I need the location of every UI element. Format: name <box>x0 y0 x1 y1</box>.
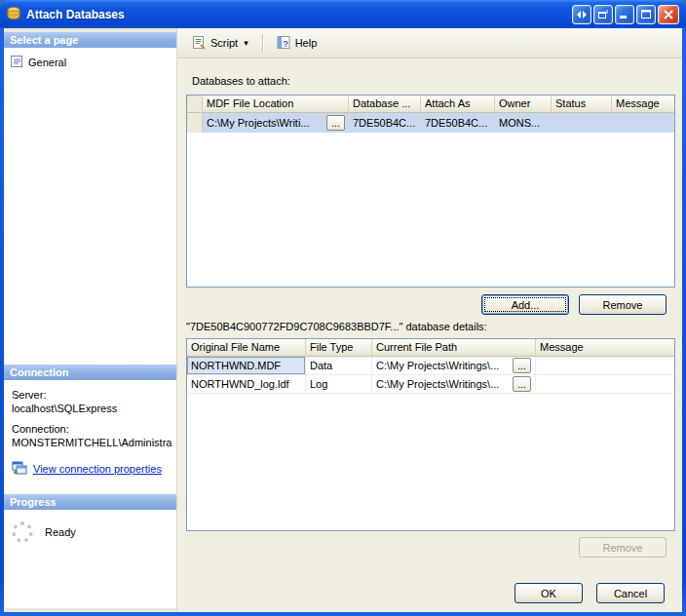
link-label: View connection properties <box>33 463 162 475</box>
restore-window-icon-button[interactable] <box>593 5 613 24</box>
column-header-mdf-file-location[interactable]: MDF File Location <box>203 96 349 113</box>
database-details-label: "7DE50B4C900772FD9C708C9683BBD7F..." dat… <box>186 321 487 332</box>
details-table-header: Original File Name File Type Current Fil… <box>187 339 674 357</box>
progress-header: Progress <box>4 494 176 510</box>
status-cell[interactable] <box>552 113 612 133</box>
browse-path-button[interactable]: ... <box>513 358 531 373</box>
column-header-message[interactable]: Message <box>612 96 674 113</box>
help-icon: ? <box>277 35 291 52</box>
details-remove-button[interactable]: Remove <box>579 537 667 558</box>
browse-path-button[interactable]: ... <box>513 376 531 392</box>
toolbar: Script ▾ ? Help <box>177 28 682 58</box>
general-page-icon <box>10 55 23 70</box>
pages-panel: General <box>4 48 176 365</box>
mdf-file-location-cell[interactable]: C:\My Projects\Writi... ... <box>203 113 349 133</box>
help-button-label: Help <box>295 37 318 49</box>
current-file-path-cell[interactable]: C:\My Projects\Writings\... ... <box>372 375 536 393</box>
column-header-file-type[interactable]: File Type <box>306 339 372 357</box>
database-cell[interactable]: 7DE50B4C... <box>349 113 421 133</box>
select-a-page-header: Select a page <box>4 32 176 48</box>
connection-panel: Server: localhost\SQLExpress Connection:… <box>4 380 176 494</box>
connection-header: Connection <box>4 365 176 380</box>
owner-cell[interactable]: MONS... <box>495 113 552 133</box>
window-title: Attach Databases <box>26 8 572 21</box>
dialog-body: Select a page General Connection Server:… <box>4 28 682 612</box>
current-file-path-cell[interactable]: C:\My Projects\Writings\... ... <box>372 357 536 374</box>
table-row[interactable]: NORTHWND.MDF Data C:\My Projects\Writing… <box>187 357 674 375</box>
message-cell[interactable] <box>612 113 674 133</box>
sidebar-item-label: General <box>28 57 66 68</box>
titlebar-buttons <box>572 5 679 24</box>
view-connection-properties-link[interactable]: View connection properties <box>12 461 172 477</box>
table-row[interactable]: C:\My Projects\Writi... ... 7DE50B4C... … <box>187 113 674 133</box>
databases-table: MDF File Location Database ... Attach As… <box>186 95 675 288</box>
server-label: Server: <box>12 389 172 401</box>
sidebar: Select a page General Connection Server:… <box>4 28 176 612</box>
sidebar-item-general[interactable]: General <box>4 48 176 70</box>
databases-table-header: MDF File Location Database ... Attach As… <box>187 96 674 113</box>
title-bar[interactable]: Attach Databases <box>0 0 686 28</box>
progress-spinner-icon <box>12 521 33 543</box>
main-panel: Script ▾ ? Help Databases to attach: MDF… <box>176 28 682 612</box>
column-header-status[interactable]: Status <box>552 96 612 113</box>
browse-mdf-button[interactable]: ... <box>326 115 345 131</box>
column-header-original-file-name[interactable]: Original File Name <box>187 339 306 357</box>
table-row[interactable]: NORTHWND_log.ldf Log C:\My Projects\Writ… <box>187 375 674 394</box>
attach-as-cell[interactable]: 7DE50B4C... <box>421 113 495 133</box>
column-header-message[interactable]: Message <box>536 339 674 357</box>
script-button-label: Script <box>210 37 238 49</box>
ok-button[interactable]: OK <box>514 583 583 603</box>
svg-text:?: ? <box>283 38 288 48</box>
script-icon <box>192 35 207 52</box>
remove-button[interactable]: Remove <box>579 294 667 315</box>
maximize-button[interactable] <box>636 5 656 24</box>
original-file-name-cell[interactable]: NORTHWND_log.ldf <box>187 375 306 393</box>
column-header-attach-as[interactable]: Attach As <box>421 96 495 113</box>
progress-status: Ready <box>45 526 76 538</box>
attach-databases-window: Attach Databases Select a page <box>0 0 686 616</box>
toolbar-separator <box>262 34 263 52</box>
script-button[interactable]: Script ▾ <box>185 31 255 56</box>
database-details-table: Original File Name File Type Current Fil… <box>186 338 675 531</box>
progress-panel: Ready <box>4 510 176 608</box>
add-button[interactable]: Add... <box>481 294 569 315</box>
file-type-cell[interactable]: Log <box>306 375 372 393</box>
message-cell[interactable] <box>536 375 674 393</box>
column-header-selector[interactable] <box>187 96 203 113</box>
row-selector-cell[interactable] <box>187 113 203 133</box>
help-button[interactable]: ? Help <box>270 31 324 56</box>
chevron-down-icon: ▾ <box>244 38 248 48</box>
message-cell[interactable] <box>536 357 674 374</box>
databases-to-attach-label: Databases to attach: <box>192 75 290 87</box>
file-type-cell[interactable]: Data <box>306 357 372 374</box>
connection-value: MONSTERMITCHELL\Administra <box>12 437 172 448</box>
column-header-database[interactable]: Database ... <box>349 96 421 113</box>
original-file-name-cell[interactable]: NORTHWND.MDF <box>187 357 306 374</box>
minimize-button[interactable] <box>615 5 634 24</box>
close-icon[interactable] <box>658 5 679 24</box>
connection-label: Connection: <box>12 423 172 435</box>
column-header-owner[interactable]: Owner <box>495 96 552 113</box>
cancel-button[interactable]: Cancel <box>596 583 665 603</box>
connection-properties-icon <box>12 461 27 477</box>
column-header-current-file-path[interactable]: Current File Path <box>372 339 536 357</box>
database-window-icon <box>6 6 21 23</box>
nav-arrows-button[interactable] <box>572 5 591 24</box>
server-value: localhost\SQLExpress <box>12 403 172 414</box>
